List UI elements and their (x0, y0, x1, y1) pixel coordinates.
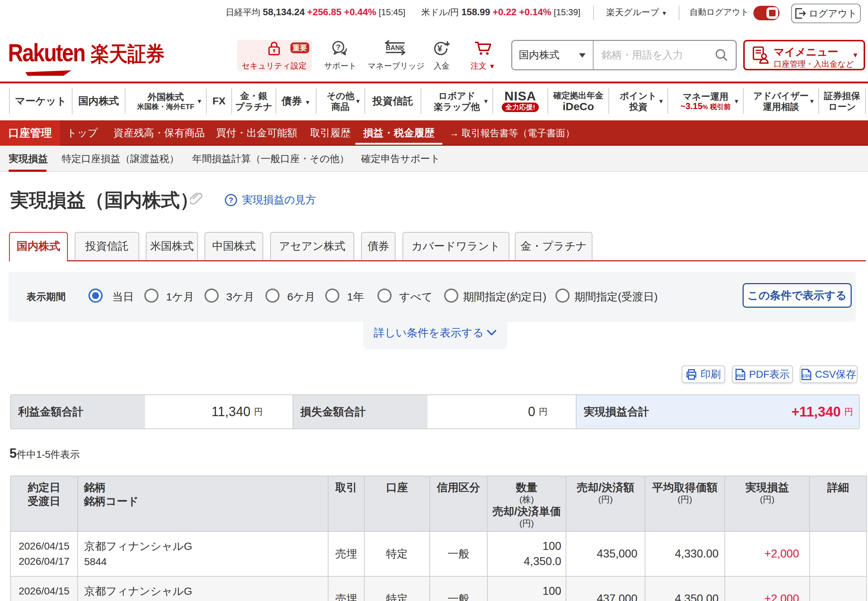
svg-text:楽天証券: 楽天証券 (91, 43, 165, 65)
svg-text:BANK: BANK (386, 44, 405, 52)
svg-text:CSV: CSV (802, 374, 811, 378)
svg-text:PDF: PDF (736, 374, 744, 378)
svg-text:?: ? (229, 196, 233, 204)
svg-text:¥: ¥ (437, 44, 442, 53)
svg-text:?: ? (336, 43, 341, 51)
svg-text:Rakuten: Rakuten (8, 39, 85, 66)
